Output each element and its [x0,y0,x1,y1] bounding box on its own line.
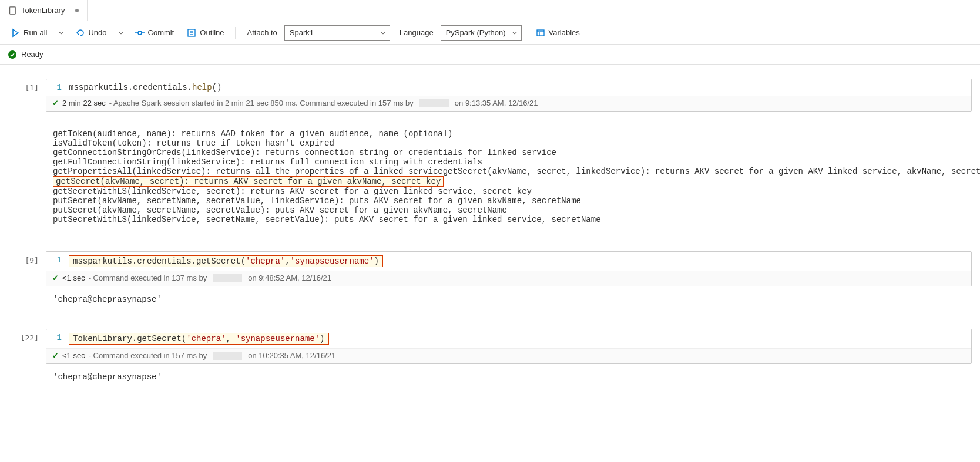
line-number: 1 [52,333,69,345]
username-redacted [213,274,242,282]
cell-1-output: getToken(audience, name): returns AAD to… [0,114,980,248]
variables-icon [536,28,545,38]
tab-tokenlibrary[interactable]: TokenLibrary [0,0,88,21]
help-line: getPropertiesAll(linkedService): returns… [53,167,980,176]
tab-title: TokenLibrary [21,6,65,15]
attach-to-value: Spark1 [290,28,314,37]
commit-button[interactable]: Commit [130,25,179,41]
line-number: 1 [52,83,69,92]
username-redacted [419,99,449,107]
notebook-icon [8,6,16,15]
toolbar-separator [235,27,236,39]
cell-9-body: 1 mssparkutils.credentials.getSecret('ch… [46,251,972,286]
notebook-area: [1] 1 mssparkutils.credentials.help() ✓ … [0,65,980,419]
run-all-button[interactable]: Run all [6,25,52,41]
commit-label: Commit [148,28,174,37]
cell-1-code[interactable]: 1 mssparkutils.credentials.help() [46,79,971,96]
svg-point-5 [138,31,142,35]
status-text: Ready [21,50,43,59]
cell-9-code[interactable]: 1 mssparkutils.credentials.getSecret('ch… [46,252,971,271]
help-line: getToken(audience, name): returns AAD to… [53,129,453,139]
commit-icon [135,28,145,38]
cell-1: [1] 1 mssparkutils.credentials.help() ✓ … [0,75,980,114]
check-icon: ✓ [52,351,59,360]
help-line: putSecret(akvName, secretName, secretVal… [53,205,507,215]
code-content: TokenLibrary.getSecret('chepra', 'synaps… [69,333,329,345]
run-all-dropdown[interactable] [55,25,67,41]
svg-rect-0 [10,6,16,14]
help-line-highlighted: getSecret(akvName, secret): returns AKV … [53,176,444,187]
cell-22-code[interactable]: 1 TokenLibrary.getSecret('chepra', 'syna… [46,329,971,348]
exec-msg: - Apache Spark session started in 2 min … [109,99,414,107]
cell-9: [9] 1 mssparkutils.credentials.getSecret… [0,248,980,289]
cell-22-status: ✓ <1 sec - Command executed in 157 ms by… [46,348,971,363]
exec-time: 2 min 22 sec [62,99,106,107]
check-icon: ✓ [52,99,59,107]
cell-22: [22] 1 TokenLibrary.getSecret('chepra', … [0,325,980,366]
undo-button[interactable]: Undo [71,25,111,41]
exec-tail: on 10:20:35 AM, 12/16/21 [248,351,335,360]
code-content: mssparkutils.credentials.help() [69,83,221,92]
language-select[interactable]: PySpark (Python) [441,25,522,41]
status-bar: Ready [0,45,980,65]
help-line: isValidToken(token): returns true if tok… [53,139,334,148]
cell-22-output: 'chepra@cheprasynapse' [0,366,980,396]
outline-icon [187,28,196,38]
outline-label: Outline [200,28,224,37]
code-content: mssparkutils.credentials.getSecret('chep… [69,255,383,267]
cell-1-body: 1 mssparkutils.credentials.help() ✓ 2 mi… [46,79,972,112]
undo-icon [75,28,85,38]
cell-1-status: ✓ 2 min 22 sec - Apache Spark session st… [46,96,971,111]
exec-time: <1 sec [62,274,85,282]
cell-9-label: [9] [0,251,46,286]
exec-time: <1 sec [62,351,85,360]
svg-marker-4 [13,29,18,36]
chevron-down-icon [380,30,386,36]
toolbar: Run all Undo Commit Outline Attach to Sp… [0,21,980,45]
status-ready-icon [8,50,16,59]
check-icon: ✓ [52,274,59,282]
attach-to-label: Attach to [241,28,281,37]
help-line: putSecretWithLS(linkedService, secretNam… [53,215,601,224]
cell-9-status: ✓ <1 sec - Command executed in 137 ms by… [46,271,971,286]
cell-22-body: 1 TokenLibrary.getSecret('chepra', 'syna… [46,329,972,364]
run-all-label: Run all [24,28,47,37]
variables-label: Variables [549,28,580,37]
unsaved-dot-icon [75,9,79,12]
outline-button[interactable]: Outline [182,25,229,41]
attach-to-select[interactable]: Spark1 [284,25,390,41]
help-line: getFullConnectionString(linkedService): … [53,157,482,167]
username-redacted [213,352,242,360]
exec-tail: on 9:48:52 AM, 12/16/21 [248,274,331,282]
chevron-down-icon [512,30,518,36]
exec-tail: on 9:13:35 AM, 12/16/21 [455,99,538,107]
help-line: getConnectionStringOrCreds(linkedService… [53,148,556,157]
tab-bar: TokenLibrary [0,0,980,21]
undo-label: Undo [88,28,106,37]
cell-1-label: [1] [0,79,46,112]
language-value: PySpark (Python) [446,28,506,37]
cell-22-label: [22] [0,329,46,364]
undo-dropdown[interactable] [115,25,127,41]
help-line: putSecret(akvName, secretName, secretVal… [53,196,581,205]
exec-msg: - Command executed in 157 ms by [89,351,207,360]
variables-button[interactable]: Variables [531,25,585,41]
help-line: getSecretWithLS(linkedService, secret): … [53,187,532,196]
play-icon [11,28,20,38]
language-label: Language [394,28,437,37]
svg-rect-12 [537,30,544,36]
line-number: 1 [52,255,69,267]
exec-msg: - Command executed in 137 ms by [89,274,207,282]
cell-9-output: 'chepra@cheprasynapse' [0,289,980,325]
